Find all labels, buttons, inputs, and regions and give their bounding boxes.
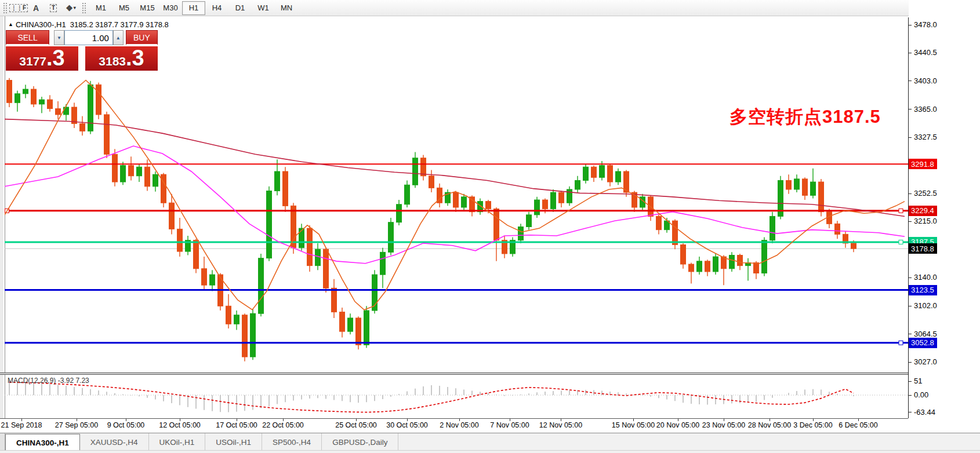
time-tick-label: 27 Sep 05:00 [55,421,98,429]
line-handle[interactable] [899,240,903,244]
time-tick-label: 15 Nov 05:00 [612,421,655,429]
price-level-flag: 3052.8 [909,338,937,348]
candle [786,174,792,194]
candle [705,260,710,276]
candle [535,197,540,218]
time-tick-label: 7 Nov 05:00 [490,421,529,429]
timeframe-group: M1M5M15M30H1H4D1W1MN [89,1,298,15]
price-level-flag: 3178.8 [909,243,937,254]
chevron-down-icon[interactable]: ▾ [74,5,76,10]
timeframe-button-d1[interactable]: D1 [228,1,252,15]
price-level-flag: 3123.5 [909,285,937,295]
arrows-icon[interactable]: ❖▾ [63,1,79,16]
candle [7,78,12,107]
chart-tab-xauusd-h4[interactable]: XAUUSD-,H4 [80,433,149,451]
price-tick-label: 3064.5 [914,330,937,338]
price-tick-label: 3403.0 [914,76,937,85]
time-axis[interactable]: 21 Sep 201827 Sep 05:009 Oct 05:0012 Oct… [0,419,908,433]
candle [259,254,264,316]
candle [129,156,134,180]
candle [121,162,126,185]
candle [811,169,816,199]
timeframe-button-m1[interactable]: M1 [89,1,112,15]
price-tick-label: 3252.5 [914,189,937,198]
macd-axis-label: -63.44 [914,408,935,417]
candle [437,184,442,207]
candle [161,173,166,207]
candle [48,95,53,111]
price-level-flag: 3229.4 [909,206,937,216]
candle [96,82,101,119]
chart-tab-sp500-h4[interactable]: SP500-,H4 [262,433,322,451]
line-handle[interactable] [899,341,903,345]
candle [697,257,702,275]
candle [177,218,183,257]
candle [397,200,402,225]
price-tick [909,137,912,138]
time-tick-label: 22 Oct 05:00 [262,421,304,429]
timeframe-button-h4[interactable]: H4 [205,1,228,15]
candle [518,224,524,243]
candle [186,236,191,255]
candle [226,294,231,328]
candle [202,257,207,290]
candle [112,149,118,187]
chart-tab-gbpusd-daily[interactable]: GBPUSD-,Daily [322,433,398,451]
candle [721,255,727,286]
timeframe-button-w1[interactable]: W1 [252,1,275,15]
timeframe-button-m30[interactable]: M30 [159,1,182,15]
macd-indicator-label: MACD(12,26,9) -3.92 7.23 [8,377,89,385]
candle [364,306,369,348]
candle [583,164,589,184]
tab-scroll-handle[interactable] [0,433,5,451]
chart-tab-china300-h1[interactable]: CHINA300-,H1 [5,434,80,451]
candle [421,155,426,181]
candle [453,191,459,212]
candle [251,309,256,360]
price-axis[interactable]: 3478.03440.53403.03365.03327.53252.53215… [909,0,980,453]
candle [348,313,353,334]
macd-tick [909,412,912,412]
price-tick-label: 3140.0 [914,273,937,282]
candle [835,221,840,239]
price-tick [909,193,912,194]
chart-tab-usoil-h1[interactable]: USOil-,H1 [205,433,262,451]
candle [762,238,767,276]
price-tick [909,81,912,81]
macd-name: MACD(12,26,9) [8,377,56,385]
time-tick-label: 30 Oct 05:00 [386,421,428,429]
line-handle[interactable] [899,209,903,213]
candle [23,85,28,98]
candle [681,243,686,269]
grid-f-icon[interactable]: ⋮⋮F [10,1,27,16]
timeframe-drag-handle[interactable] [82,2,86,14]
candle [153,171,158,192]
candle [754,261,759,279]
timeframe-button-h1[interactable]: H1 [182,1,205,15]
window-bottom-edge [0,450,980,453]
candle [104,112,110,158]
price-chart[interactable] [5,17,908,372]
price-tick-label: 3365.0 [914,105,937,114]
candle [778,176,783,220]
candle [794,174,800,192]
timeframe-button-mn[interactable]: MN [275,1,298,15]
price-tick [909,109,912,109]
candle [510,238,516,257]
macd-pane[interactable] [5,375,908,418]
candle [770,212,775,243]
text-label-icon[interactable]: T [45,1,61,16]
grid-f-glyph: ⋮⋮F [9,4,28,12]
candle [462,194,467,210]
candle [372,270,378,313]
timeframe-button-m5[interactable]: M5 [112,1,136,15]
chart-tab-ukoil-h1[interactable]: UKOil-,H1 [149,433,206,451]
timeframe-button-m15[interactable]: M15 [136,1,159,15]
candle [31,86,37,107]
toolbar-drag-handle[interactable] [3,2,8,14]
time-tick-label: 17 Oct 05:00 [216,421,257,429]
candle [137,164,142,182]
candle [575,176,580,192]
text-a-icon[interactable]: A [28,1,44,16]
candle [803,177,808,200]
